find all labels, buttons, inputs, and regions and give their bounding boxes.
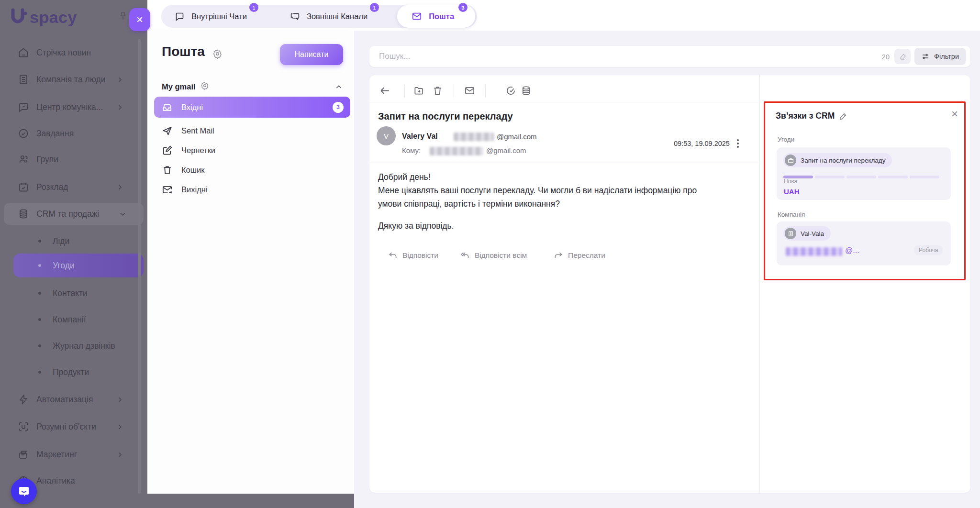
sidebar-item-crm[interactable]: CRM та продажі bbox=[4, 203, 144, 225]
recipient-email-redacted bbox=[430, 147, 483, 155]
sidebar-item-company-people[interactable]: Компанія та люди bbox=[0, 70, 147, 89]
toolbar-divider bbox=[404, 85, 405, 97]
chat-smile-icon bbox=[18, 485, 30, 497]
folder-outbox[interactable]: Вихідні bbox=[154, 180, 350, 199]
email-body-line: Мене цікавлять ваші послуги перекладу. Ч… bbox=[378, 186, 697, 196]
envelope-icon bbox=[464, 85, 475, 96]
mail-search-bar: 20 Фільтри bbox=[369, 46, 970, 67]
edit-crm-links-button[interactable] bbox=[838, 111, 848, 123]
account-settings-gear-icon[interactable] bbox=[200, 81, 209, 92]
trash-icon bbox=[432, 85, 443, 96]
sidebar-item-communication-center[interactable]: Центр комуніка... bbox=[0, 98, 147, 117]
sidebar-item-label: Розклад bbox=[36, 182, 68, 192]
arrow-left-icon bbox=[379, 85, 391, 97]
chevron-right-icon bbox=[116, 184, 123, 191]
sidebar-item-marketing[interactable]: Маркетинг bbox=[0, 445, 147, 464]
uspacy-logo-icon bbox=[10, 8, 29, 27]
folder-label: Чернетки bbox=[181, 146, 215, 155]
filters-button[interactable]: Фільтри bbox=[914, 48, 966, 65]
email-more-menu[interactable] bbox=[737, 138, 739, 149]
sidebar-item-call-log[interactable]: Журнал дзвінків bbox=[0, 336, 147, 355]
mail-settings-gear-icon[interactable] bbox=[212, 49, 223, 61]
company-email-suffix[interactable]: @... bbox=[845, 246, 859, 255]
toolbar-divider bbox=[485, 85, 486, 97]
sidebar-item-label: Завдання bbox=[36, 129, 74, 139]
collapse-sidebar-button[interactable]: × bbox=[129, 8, 150, 31]
chevron-right-icon bbox=[116, 76, 123, 83]
paper-plane-icon bbox=[162, 125, 173, 136]
folder-trash[interactable]: Кошик bbox=[154, 161, 350, 179]
pin-sidebar-icon[interactable] bbox=[118, 11, 128, 24]
mark-done-button[interactable] bbox=[505, 85, 516, 96]
home-icon bbox=[17, 46, 30, 59]
email-subject: Запит на послуги перекладу bbox=[378, 111, 513, 122]
close-crm-panel-button[interactable]: × bbox=[951, 109, 958, 119]
folder-label: Sent Mail bbox=[181, 126, 214, 135]
account-name: My gmail bbox=[162, 82, 196, 91]
toolbar-bottom-divider bbox=[369, 102, 758, 102]
search-input[interactable] bbox=[378, 51, 811, 62]
chevron-right-icon bbox=[116, 423, 123, 431]
toolbar-divider bbox=[454, 85, 454, 97]
delete-email-button[interactable] bbox=[432, 85, 443, 96]
deal-chip[interactable]: Запит на послуги перекладу bbox=[783, 153, 892, 167]
company-name: Val-Vala bbox=[801, 230, 824, 237]
mark-unread-button[interactable] bbox=[464, 85, 475, 96]
progress-segment bbox=[910, 176, 939, 178]
sidebar-item-leads[interactable]: Ліди bbox=[0, 232, 147, 251]
inbox-icon bbox=[162, 102, 173, 113]
result-count: 20 bbox=[881, 53, 890, 61]
clear-search-button[interactable] bbox=[894, 49, 911, 64]
sender-name: Valery Val bbox=[402, 132, 438, 141]
folder-move-icon bbox=[413, 85, 424, 96]
forward-button[interactable]: Переслати bbox=[554, 251, 605, 260]
sidebar-item-contacts[interactable]: Контакти bbox=[0, 284, 147, 303]
sidebar-item-deals-active[interactable]: Угоди bbox=[13, 254, 144, 277]
tab-mail-active[interactable]: Пошта 3 bbox=[397, 5, 475, 28]
sidebar-item-companies[interactable]: Компанії bbox=[0, 310, 147, 329]
mail-account-header[interactable]: My gmail bbox=[162, 81, 209, 92]
eraser-icon bbox=[899, 53, 907, 61]
unread-badge: 1 bbox=[249, 3, 258, 12]
tab-external-channels[interactable]: Зовнішні Канали 1 bbox=[290, 5, 368, 28]
bullet-icon bbox=[38, 240, 41, 243]
company-chip[interactable]: Val-Vala bbox=[783, 226, 831, 241]
sidebar-item-smart-objects[interactable]: Розумні об'єкти bbox=[0, 417, 147, 436]
sidebar-item-products[interactable]: Продукти bbox=[0, 363, 147, 382]
reply-all-button[interactable]: Відповісти всім bbox=[460, 251, 527, 260]
deal-currency-link[interactable]: UAH bbox=[784, 188, 800, 196]
sidebar-item-schedule[interactable]: Розклад bbox=[0, 177, 147, 197]
bullet-icon bbox=[38, 371, 41, 374]
chevron-right-icon bbox=[116, 104, 123, 111]
tab-internal-chats[interactable]: Внутрішні Чати 1 bbox=[175, 5, 247, 28]
crm-link-button[interactable] bbox=[521, 85, 532, 96]
deal-name: Запит на послуги перекладу bbox=[801, 157, 885, 164]
compose-button[interactable]: Написати bbox=[280, 44, 343, 65]
chat-bubble-icon bbox=[175, 11, 185, 22]
sidebar-item-label: Журнал дзвінків bbox=[53, 341, 115, 351]
collapse-account-chevron-icon[interactable] bbox=[335, 83, 343, 93]
move-to-folder-button[interactable] bbox=[413, 85, 424, 96]
sidebar-item-label: Маркетинг bbox=[36, 450, 77, 460]
sender-avatar: V bbox=[377, 126, 396, 145]
sidebar-scrollbar[interactable] bbox=[138, 39, 141, 494]
folder-sent[interactable]: Sent Mail bbox=[154, 121, 350, 140]
bullet-icon bbox=[38, 264, 41, 267]
sidebar-item-label: Контакти bbox=[53, 288, 88, 298]
sidebar-item-tasks[interactable]: Завдання bbox=[0, 124, 147, 143]
sidebar-item-groups[interactable]: Групи bbox=[0, 150, 147, 169]
folder-inbox-active[interactable]: Вхідні 3 bbox=[154, 97, 350, 118]
sidebar-item-newsfeed[interactable]: Стрічка новин bbox=[0, 43, 147, 62]
sidebar-item-label: Компанія та люди bbox=[36, 75, 105, 85]
email-body-line: Дякую за відповідь. bbox=[378, 221, 454, 231]
email-crm-divider bbox=[759, 75, 760, 493]
reply-button[interactable]: Відповісти bbox=[388, 251, 438, 260]
support-chat-button[interactable] bbox=[11, 478, 37, 504]
progress-segment bbox=[846, 176, 876, 178]
folder-drafts[interactable]: Чернетки bbox=[154, 141, 350, 159]
back-button[interactable] bbox=[379, 85, 391, 97]
marketing-icon bbox=[17, 448, 30, 461]
chat-bubble-icon bbox=[17, 101, 30, 113]
sidebar-item-automation[interactable]: Автоматизація bbox=[0, 390, 147, 409]
uspacy-logo-text: spacy bbox=[30, 8, 77, 27]
